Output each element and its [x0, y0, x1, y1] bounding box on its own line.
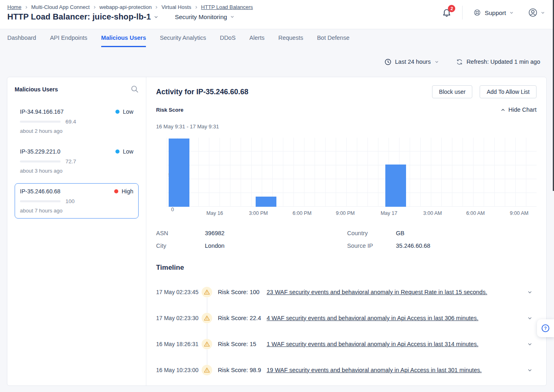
chart-plot: 050 — [167, 138, 537, 207]
risk-score-value: 100 — [65, 198, 75, 204]
breadcrumb-item[interactable]: Multi-Cloud App Connect — [31, 4, 90, 10]
security-monitoring-select[interactable]: Security Monitoring — [175, 13, 234, 20]
notifications-button[interactable]: 2 — [442, 8, 452, 17]
time-range-label: Last 24 hours — [395, 58, 431, 65]
timeline-event: 16 May 10:23:00Risk Score: 98.919 WAF se… — [156, 357, 537, 383]
refresh-button[interactable]: Refresh: Updated 1 min ago — [456, 58, 540, 65]
help-button[interactable]: ? — [537, 319, 554, 337]
life-ring-icon — [473, 9, 481, 17]
tab-alerts[interactable]: Alerts — [250, 35, 265, 47]
activity-panel: Activity for IP-35.246.60.68 Block user … — [146, 77, 546, 386]
chart-xaxis: May 163:00 PM6:00 PM9:00 PMMay 173:00 AM… — [167, 210, 537, 218]
tab-ddos[interactable]: DDoS — [220, 35, 236, 47]
security-tabs: DashboardAPI EndpointsMalicious UsersSec… — [0, 35, 554, 47]
malicious-user-list: IP-34.94.166.167Low69.4about 2 hours ago… — [15, 104, 139, 219]
user-avatar-icon — [528, 7, 538, 18]
risk-score-bar[interactable] — [256, 197, 276, 207]
ip-details: ASN 396982 Country GB City London Source… — [156, 230, 537, 249]
threat-level: Low — [115, 148, 133, 155]
support-label: Support — [484, 9, 506, 16]
timeline-event: 16 May 18:26:31Risk Score: 151 WAF secur… — [156, 331, 537, 357]
refresh-label: Refresh: Updated 1 min ago — [467, 58, 540, 65]
threat-level-label: High — [122, 188, 133, 195]
chevron-down-icon[interactable] — [527, 316, 532, 321]
breadcrumb-item[interactable]: HTTP Load Balancers — [201, 4, 253, 10]
tab-requests[interactable]: Requests — [278, 35, 303, 47]
source-ip-value: 35.246.60.68 — [396, 243, 537, 249]
user-ip: IP-35.229.221.0 — [20, 148, 61, 155]
malicious-user-item[interactable]: IP-34.94.166.167Low69.4about 2 hours ago — [15, 104, 139, 139]
hide-chart-toggle[interactable]: Hide Chart — [500, 106, 537, 113]
chevron-right-icon — [154, 5, 159, 9]
tab-security-analytics[interactable]: Security Analytics — [160, 35, 206, 47]
timeline-event: 17 May 02:23:45Risk Score: 10023 WAF sec… — [156, 279, 537, 305]
event-detail-link[interactable]: 23 WAF security events and behavioral an… — [267, 289, 487, 295]
breadcrumb-item[interactable]: webapp-api-protection — [100, 4, 152, 10]
threat-level-label: Low — [123, 108, 133, 115]
risk-score-bar[interactable] — [169, 139, 189, 207]
chevron-down-icon — [541, 11, 545, 15]
timeline: 17 May 02:23:45Risk Score: 10023 WAF sec… — [156, 279, 537, 383]
breadcrumb-item[interactable]: Virtual Hosts — [161, 4, 191, 10]
chevron-right-icon — [194, 5, 198, 9]
chevron-down-icon[interactable] — [527, 368, 532, 373]
user-ip: IP-35.246.60.68 — [20, 188, 61, 195]
timeline-event: 17 May 02:23:30Risk Score: 22.44 WAF sec… — [156, 305, 537, 331]
threat-level: High — [114, 188, 133, 195]
chart-xtick: 6:00 PM — [293, 210, 312, 216]
context-select-label: Security Monitoring — [175, 13, 227, 20]
threat-level: Low — [115, 108, 133, 115]
asn-label: ASN — [156, 230, 205, 236]
event-risk-score: Risk Score: 15 — [218, 341, 267, 347]
event-detail-link[interactable]: 1 WAF security events and behavioral ano… — [267, 341, 478, 347]
malicious-users-panel: Malicious Users IP-34.94.166.167Low69.4a… — [7, 77, 146, 386]
chevron-down-icon[interactable] — [527, 290, 532, 295]
chart-xtick: May 17 — [380, 210, 397, 216]
hide-chart-label: Hide Chart — [508, 106, 537, 113]
city-label: City — [156, 243, 205, 249]
event-time: 16 May 18:26:31 — [156, 341, 202, 347]
country-value: GB — [396, 230, 537, 236]
warning-icon — [202, 339, 212, 349]
chevron-right-icon — [24, 5, 28, 9]
warning-icon — [202, 365, 212, 375]
account-menu[interactable] — [528, 7, 545, 18]
malicious-user-item[interactable]: IP-35.246.60.68High100about 7 hours ago — [15, 183, 139, 219]
chart-time-range: 16 May 9:31 - 17 May 9:31 — [156, 123, 537, 130]
add-to-allow-list-button[interactable]: Add To Allow List — [480, 85, 537, 98]
block-user-button[interactable]: Block user — [432, 85, 472, 98]
event-risk-score: Risk Score: 98.9 — [218, 367, 267, 373]
source-ip-label: Source IP — [347, 243, 396, 249]
risk-score-value: 69.4 — [65, 119, 76, 125]
chart-xtick: 3:00 AM — [423, 210, 442, 216]
event-risk-score: Risk Score: 100 — [218, 289, 267, 295]
toolbar: Last 24 hours Refresh: Updated 1 min ago — [0, 56, 554, 67]
tab-api-endpoints[interactable]: API Endpoints — [50, 35, 87, 47]
tab-bot-defense[interactable]: Bot Defense — [317, 35, 350, 47]
content-card: Malicious Users IP-34.94.166.167Low69.4a… — [7, 77, 547, 386]
tab-malicious-users[interactable]: Malicious Users — [101, 35, 146, 47]
tab-dashboard[interactable]: Dashboard — [7, 35, 36, 47]
event-detail-link[interactable]: 19 WAF security events and behavioral an… — [267, 367, 482, 373]
time-range-select[interactable]: Last 24 hours — [385, 58, 439, 65]
event-time: 17 May 02:23:45 — [156, 289, 202, 295]
app-header: HomeMulti-Cloud App Connectwebapp-api-pr… — [0, 0, 554, 29]
threat-level-dot — [115, 149, 119, 154]
timeline-title: Timeline — [156, 264, 537, 272]
search-icon[interactable] — [131, 85, 139, 93]
warning-icon — [202, 287, 212, 297]
threat-level-label: Low — [123, 148, 133, 155]
chevron-up-icon — [500, 107, 506, 113]
risk-progress-bar — [20, 160, 61, 162]
breadcrumb-item[interactable]: Home — [7, 4, 22, 10]
chart-xtick: May 16 — [206, 210, 223, 216]
chevron-down-icon[interactable] — [527, 342, 532, 347]
threat-level-dot — [114, 189, 118, 193]
malicious-user-item[interactable]: IP-35.229.221.0Low72.7about 3 hours ago — [15, 143, 139, 179]
chevron-down-icon — [509, 11, 514, 15]
risk-score-bar[interactable] — [385, 165, 406, 207]
event-detail-link[interactable]: 4 WAF security events and behavioral ano… — [267, 315, 478, 321]
chevron-down-icon[interactable] — [154, 15, 159, 19]
risk-progress-bar — [20, 200, 61, 202]
support-menu[interactable]: Support — [473, 9, 514, 17]
